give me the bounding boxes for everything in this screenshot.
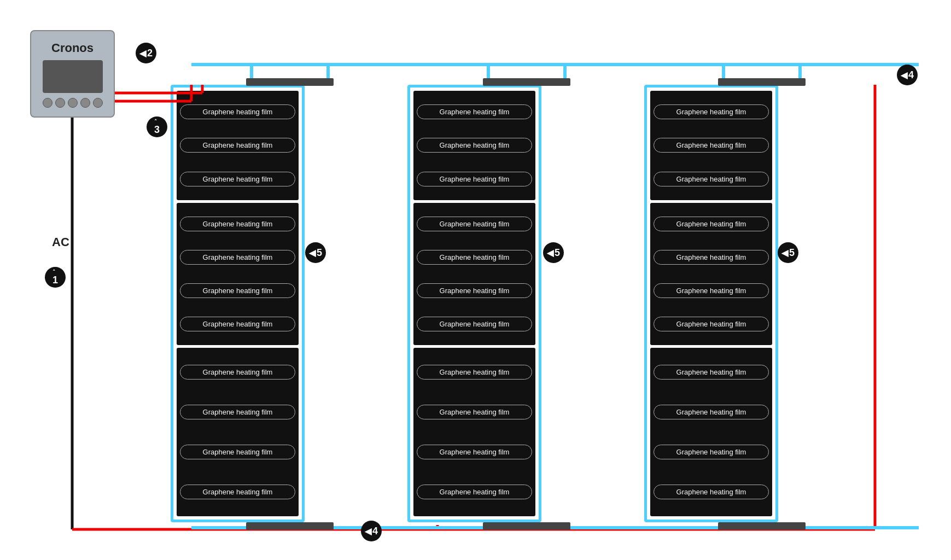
panel-column-3: Graphene heating film Graphene heating f… bbox=[644, 85, 778, 522]
panel-col1-sec3: Graphene heating film Graphene heating f… bbox=[177, 348, 299, 516]
film-label: Graphene heating film bbox=[180, 250, 295, 265]
film-label: Graphene heating film bbox=[417, 283, 532, 298]
svg-rect-28 bbox=[718, 522, 806, 530]
cronos-btn-4 bbox=[80, 98, 90, 108]
panel-col3-sec3: Graphene heating film Graphene heating f… bbox=[650, 348, 772, 516]
film-label: Graphene heating film bbox=[180, 172, 295, 186]
film-label: Graphene heating film bbox=[417, 445, 532, 459]
panel-col1-sec2: Graphene heating film Graphene heating f… bbox=[177, 203, 299, 345]
cronos-screen bbox=[43, 60, 103, 93]
film-label: Graphene heating film bbox=[654, 283, 769, 298]
film-label: Graphene heating film bbox=[654, 317, 769, 331]
cronos-buttons bbox=[43, 98, 103, 108]
film-label: Graphene heating film bbox=[180, 104, 295, 119]
badge-5-col3: ◀ 5 bbox=[778, 242, 798, 263]
cronos-controller: Cronos bbox=[30, 30, 115, 118]
film-label: Graphene heating film bbox=[654, 405, 769, 419]
panel-col2-sec2: Graphene heating film Graphene heating f… bbox=[413, 203, 535, 345]
film-label: Graphene heating film bbox=[180, 445, 295, 459]
film-label: Graphene heating film bbox=[180, 283, 295, 298]
cronos-btn-3 bbox=[68, 98, 78, 108]
svg-rect-27 bbox=[483, 522, 570, 530]
panel-col2-sec3: Graphene heating film Graphene heating f… bbox=[413, 348, 535, 516]
film-label: Graphene heating film bbox=[417, 405, 532, 419]
film-label: Graphene heating film bbox=[654, 104, 769, 119]
diagram-container: Cronos AC ̂ 1 ◀ 2 ̂ 3 ◀ bbox=[0, 0, 951, 560]
panel-col3-sec1: Graphene heating film Graphene heating f… bbox=[650, 91, 772, 200]
film-label: Graphene heating film bbox=[180, 317, 295, 331]
film-label: Graphene heating film bbox=[417, 485, 532, 499]
cronos-btn-5 bbox=[93, 98, 103, 108]
panel-col1-sec1: Graphene heating film Graphene heating f… bbox=[177, 91, 299, 200]
film-label: Graphene heating film bbox=[417, 217, 532, 231]
panel-col3-sec2: Graphene heating film Graphene heating f… bbox=[650, 203, 772, 345]
film-label: Graphene heating film bbox=[417, 104, 532, 119]
badge-1: ̂ 1 bbox=[45, 267, 66, 288]
panel-col2-sec1: Graphene heating film Graphene heating f… bbox=[413, 91, 535, 200]
film-label: Graphene heating film bbox=[654, 172, 769, 186]
svg-rect-26 bbox=[246, 522, 334, 530]
badge-3: ̂ 3 bbox=[147, 116, 167, 137]
cronos-brand: Cronos bbox=[51, 41, 94, 55]
panel-column-2: Graphene heating film Graphene heating f… bbox=[407, 85, 541, 522]
film-label: Graphene heating film bbox=[180, 365, 295, 380]
panel-column-1: Graphene heating film Graphene heating f… bbox=[171, 85, 305, 522]
film-label: Graphene heating film bbox=[180, 405, 295, 419]
film-label: Graphene heating film bbox=[180, 138, 295, 153]
badge-5-col1: ◀ 5 bbox=[305, 242, 326, 263]
badge-4-top: ◀ 4 bbox=[897, 65, 918, 85]
badge-5-col2: ◀ 5 bbox=[543, 242, 564, 263]
cronos-btn-1 bbox=[43, 98, 52, 108]
ac-label: AC bbox=[52, 235, 69, 249]
film-label: Graphene heating film bbox=[417, 172, 532, 186]
film-label: Graphene heating film bbox=[417, 138, 532, 153]
film-label: Graphene heating film bbox=[180, 217, 295, 231]
film-label: Graphene heating film bbox=[654, 138, 769, 153]
film-label: Graphene heating film bbox=[654, 250, 769, 265]
badge-4-bottom: ◀ 4 bbox=[361, 521, 382, 541]
film-label: Graphene heating film bbox=[654, 217, 769, 231]
film-label: Graphene heating film bbox=[654, 485, 769, 499]
film-label: Graphene heating film bbox=[417, 317, 532, 331]
film-label: Graphene heating film bbox=[180, 485, 295, 499]
badge-2: ◀ 2 bbox=[136, 43, 156, 63]
film-label: Graphene heating film bbox=[654, 365, 769, 380]
film-label: Graphene heating film bbox=[417, 365, 532, 380]
cronos-btn-2 bbox=[55, 98, 65, 108]
film-label: Graphene heating film bbox=[417, 250, 532, 265]
film-label: Graphene heating film bbox=[654, 445, 769, 459]
